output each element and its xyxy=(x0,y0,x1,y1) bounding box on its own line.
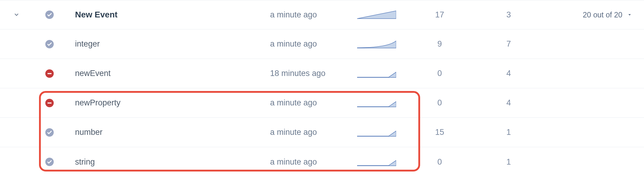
value-2: 1 xyxy=(506,128,511,137)
value-2: 7 xyxy=(506,39,511,48)
svg-rect-6 xyxy=(47,102,52,104)
table-row[interactable]: newProperty a minute ago 0 4 xyxy=(0,88,644,118)
check-circle-icon xyxy=(45,40,54,48)
minus-circle-icon xyxy=(45,99,54,107)
caret-down-icon[interactable] xyxy=(627,12,632,17)
value-1: 0 xyxy=(437,98,442,107)
property-name: integer xyxy=(75,39,100,49)
sparkline-icon xyxy=(357,10,396,19)
property-name: string xyxy=(75,157,95,167)
sparkline-icon xyxy=(357,69,396,78)
value-2: 3 xyxy=(506,10,511,19)
table-row[interactable]: integer a minute ago 9 7 xyxy=(0,29,644,59)
value-1: 0 xyxy=(437,157,442,166)
property-name: number xyxy=(75,128,103,137)
sparkline-icon xyxy=(357,99,396,108)
property-time: a minute ago xyxy=(270,98,317,107)
svg-rect-4 xyxy=(47,73,52,74)
svg-marker-1 xyxy=(357,11,396,19)
sparkline-icon xyxy=(357,157,396,166)
event-name: New Event xyxy=(75,10,118,20)
value-1: 9 xyxy=(437,39,442,48)
table-row[interactable]: number a minute ago 15 1 xyxy=(0,118,644,147)
value-2: 4 xyxy=(506,69,511,78)
value-1: 0 xyxy=(437,69,442,78)
table-row[interactable]: newEvent 18 minutes ago 0 4 xyxy=(0,59,644,88)
value-1: 15 xyxy=(435,128,444,137)
value-1: 17 xyxy=(435,10,444,19)
property-name: newEvent xyxy=(75,69,111,78)
event-time: a minute ago xyxy=(270,10,317,19)
property-time: a minute ago xyxy=(270,157,317,166)
check-circle-icon xyxy=(45,158,54,166)
property-time: a minute ago xyxy=(270,128,317,137)
table-row[interactable]: string a minute ago 0 1 xyxy=(0,147,644,177)
sparkline-icon xyxy=(357,128,396,137)
pager-label[interactable]: 20 out of 20 xyxy=(583,11,622,19)
value-2: 4 xyxy=(506,98,511,107)
property-time: a minute ago xyxy=(270,39,317,48)
minus-circle-icon xyxy=(45,69,54,78)
check-circle-icon xyxy=(45,11,54,19)
event-table: New Event a minute ago 17 3 20 out of 20… xyxy=(0,0,644,177)
sparkline-icon xyxy=(357,40,396,49)
property-name: newProperty xyxy=(75,98,121,108)
table-row[interactable]: New Event a minute ago 17 3 20 out of 20 xyxy=(0,0,644,29)
chevron-down-icon[interactable] xyxy=(14,12,20,18)
value-2: 1 xyxy=(506,157,511,166)
check-circle-icon xyxy=(45,128,54,137)
property-time: 18 minutes ago xyxy=(270,69,326,78)
